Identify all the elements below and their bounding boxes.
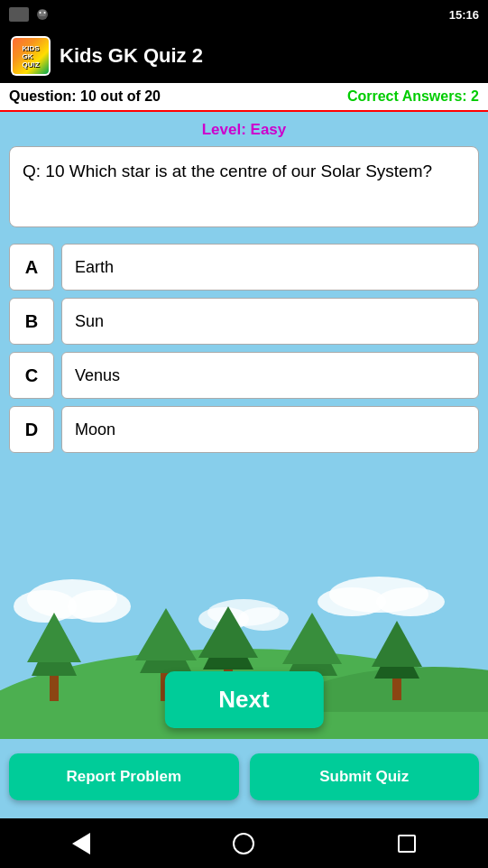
svg-point-8 — [318, 587, 386, 616]
home-button[interactable] — [230, 830, 257, 857]
answer-text-b: Sun — [61, 298, 479, 345]
app-logo: KIDSGKQUIZ — [11, 36, 51, 76]
answer-row-a[interactable]: A Earth — [9, 244, 479, 291]
correct-counter: Correct Answers: 2 — [347, 88, 479, 105]
progress-bar: Question: 10 out of 20 Correct Answers: … — [0, 83, 488, 112]
answer-row-b[interactable]: B Sun — [9, 298, 479, 345]
svg-point-6 — [68, 590, 131, 623]
svg-point-9 — [376, 587, 445, 616]
answer-text-c: Venus — [61, 352, 479, 399]
status-bar: 15:16 — [0, 0, 488, 29]
svg-marker-27 — [282, 613, 342, 664]
home-icon — [233, 833, 254, 854]
recent-button[interactable] — [393, 830, 420, 857]
android-icon — [34, 7, 51, 22]
svg-marker-30 — [372, 621, 422, 667]
answer-row-d[interactable]: D Moon — [9, 406, 479, 453]
back-button[interactable] — [68, 830, 95, 857]
next-button[interactable]: Next — [164, 671, 323, 728]
question-counter: Question: 10 out of 20 — [9, 88, 161, 105]
svg-point-2 — [40, 12, 41, 14]
question-box: Q: 10 Which star is at the centre of our… — [9, 146, 479, 227]
submit-quiz-button[interactable]: Submit Quiz — [250, 753, 480, 800]
answer-text-d: Moon — [61, 406, 479, 453]
status-icons — [9, 7, 51, 22]
report-problem-button[interactable]: Report Problem — [9, 753, 239, 800]
answers-section: A Earth B Sun C Venus D Moon — [0, 236, 488, 453]
bottom-buttons: Report Problem Submit Quiz — [9, 753, 479, 800]
answer-row-c[interactable]: C Venus — [9, 352, 479, 399]
app-bar: KIDSGKQUIZ Kids GK Quiz 2 — [0, 29, 488, 83]
recent-icon — [398, 835, 416, 853]
next-button-container: Next — [164, 671, 323, 728]
svg-point-3 — [44, 12, 46, 14]
app-title: Kids GK Quiz 2 — [60, 44, 203, 68]
level-label: Level: Easy — [0, 112, 488, 146]
nav-bar — [0, 818, 488, 868]
answer-text-a: Earth — [61, 244, 479, 291]
answer-letter-d: D — [9, 406, 54, 453]
svg-point-12 — [238, 607, 289, 631]
answer-letter-c: C — [9, 352, 54, 399]
time-display: 15:16 — [449, 8, 479, 22]
answer-letter-b: B — [9, 298, 54, 345]
answer-letter-a: A — [9, 244, 54, 291]
svg-point-5 — [14, 590, 77, 623]
back-icon — [72, 833, 90, 854]
logo-inner: KIDSGKQUIZ — [13, 38, 49, 74]
svg-marker-21 — [135, 608, 197, 660]
main-content: Level: Easy Q: 10 Which star is at the c… — [0, 112, 488, 818]
screenshot-icon — [9, 7, 29, 22]
